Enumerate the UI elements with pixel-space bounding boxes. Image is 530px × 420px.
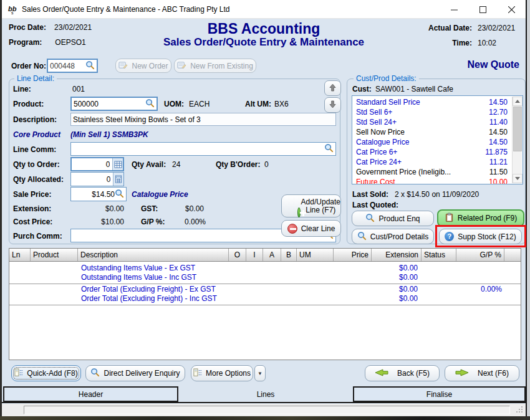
tab-finalise[interactable]: Finalise <box>353 386 526 402</box>
price-row[interactable]: Future Cost10.00 <box>352 177 523 184</box>
product-label: Product: <box>13 100 44 108</box>
alt-um-label: Alt UM: <box>245 100 271 108</box>
more-options-dropdown-button[interactable]: ▼ <box>254 365 266 381</box>
qty-allocated-field[interactable] <box>70 172 124 186</box>
line-comm-field[interactable] <box>70 142 336 156</box>
scroll-down-icon[interactable] <box>513 174 523 183</box>
new-order-icon <box>118 60 128 72</box>
col-gp[interactable]: G/P % <box>456 249 504 261</box>
table-header[interactable]: Ln Product Description O I A B UM Price … <box>9 249 521 262</box>
col-ln[interactable]: Ln <box>9 249 31 261</box>
last-quoted-label: Last Quoted: <box>352 201 398 209</box>
qty-to-order-input[interactable] <box>72 160 112 169</box>
tab-header[interactable]: Header <box>3 386 178 402</box>
row-description: Order Total (Excluding Freight) - Ex GST <box>78 285 229 294</box>
price-row[interactable]: Sell Now Price14.50 <box>352 127 523 137</box>
back-button[interactable]: Back (F5) <box>365 365 440 381</box>
next-button[interactable]: Next (F6) <box>445 365 519 381</box>
cust-prod-details-button[interactable]: Cust/Prod Details <box>352 229 434 244</box>
qty-to-order-field[interactable] <box>70 157 124 171</box>
table-row[interactable]: Outstanding Items Value - Ex GST $0.00 <box>9 264 521 273</box>
order-no-search-icon[interactable] <box>85 60 95 72</box>
minimize-button[interactable] <box>440 0 468 19</box>
col-product[interactable]: Product <box>31 249 78 261</box>
scrollbar-thumb[interactable] <box>513 107 522 151</box>
col-price[interactable]: Price <box>334 249 372 261</box>
col-extension[interactable]: Extension <box>372 249 422 261</box>
product-input[interactable] <box>74 100 145 108</box>
more-options-button[interactable]: More Options <box>191 365 253 381</box>
col-b[interactable]: B <box>281 249 297 261</box>
cust-value: SAW001 - Sawtell Cafe <box>375 85 453 93</box>
back-label: Back (F5) <box>397 369 430 378</box>
price-value: 12.70 <box>489 107 508 117</box>
maximize-button[interactable] <box>469 0 497 19</box>
qty-grid-icon[interactable] <box>112 158 123 170</box>
order-no-field[interactable] <box>47 59 98 73</box>
sale-price-input[interactable] <box>73 190 115 199</box>
qty-allocated-input[interactable] <box>71 175 113 184</box>
product-search-icon[interactable] <box>145 98 155 110</box>
tab-header-label: Header <box>79 390 103 399</box>
table-separator <box>9 305 521 305</box>
new-order-button[interactable]: New Order <box>115 59 171 73</box>
line-down-button[interactable] <box>324 97 341 113</box>
row-gp <box>456 264 504 273</box>
tab-lines-active[interactable]: Lines <box>180 386 352 402</box>
price-value: 14.50 <box>489 127 508 137</box>
line-detail-caption: Line Detail: <box>14 74 57 83</box>
col-description[interactable]: Description <box>78 249 229 261</box>
line-comm-search-icon[interactable] <box>324 143 334 155</box>
price-row[interactable]: Catalogue Price14.50 <box>352 137 523 147</box>
price-list-scrollbar[interactable] <box>512 97 522 183</box>
sale-price-label: Sale Price: <box>13 190 51 199</box>
price-row[interactable]: Cat Price 6+11.875 <box>352 147 523 157</box>
price-row[interactable]: Standard Sell Price14.50 <box>352 97 523 107</box>
tab-lines-label: Lines <box>257 390 275 399</box>
related-prod-button[interactable]: Related Prod (F9) <box>437 209 524 227</box>
cust-prod-group: Cust/Prod Details: Cust: SAW001 - Sawtel… <box>347 79 526 244</box>
product-enq-button[interactable]: Product Enq <box>352 211 434 226</box>
price-listbox[interactable]: Standard Sell Price14.50 Std Sell 6+12.7… <box>352 95 523 184</box>
clipboard-icon <box>445 212 454 224</box>
gst-value: $0.00 <box>173 204 204 213</box>
price-row[interactable]: Std Sell 24+11.40 <box>352 117 523 127</box>
product-field[interactable] <box>70 97 158 111</box>
resize-grip[interactable] <box>516 406 523 415</box>
order-no-input[interactable] <box>50 62 85 70</box>
table-row[interactable]: Order Total (Excluding Freight) - Inc GS… <box>9 294 521 303</box>
gp-label: G/P %: <box>141 217 165 226</box>
lines-table: Ln Product Description O I A B UM Price … <box>9 248 521 360</box>
price-row[interactable]: Government Price (Ineligib...11.50 <box>352 167 523 177</box>
price-row[interactable]: Cat Price 24+11.21 <box>352 157 523 167</box>
new-from-existing-button[interactable]: New From Existing <box>174 59 256 73</box>
close-button[interactable] <box>498 0 526 19</box>
table-row[interactable]: Order Total (Excluding Freight) - Ex GST… <box>9 285 521 294</box>
price-name: Catalogue Price <box>356 138 409 146</box>
title-bar[interactable]: bbs Sales Order/Quote Entry & Maintenanc… <box>2 0 526 19</box>
clear-line-button[interactable]: Clear Line <box>281 220 341 237</box>
description-input[interactable] <box>73 115 334 124</box>
plus-icon <box>297 208 301 217</box>
col-status[interactable]: Status <box>422 249 456 261</box>
col-um[interactable]: UM <box>297 249 334 261</box>
add-update-line-button[interactable]: Add/Update Line (F7) <box>281 194 341 217</box>
price-name: Cat Price 6+ <box>356 148 397 156</box>
col-i[interactable]: I <box>246 249 263 261</box>
direct-delivery-button[interactable]: Direct Delivery Enquiry <box>85 365 185 381</box>
qty-calculator-icon[interactable] <box>113 173 123 186</box>
col-a[interactable]: A <box>263 249 281 261</box>
sale-price-search-icon[interactable] <box>115 189 124 200</box>
line-up-button[interactable] <box>324 80 341 96</box>
scroll-up-icon[interactable] <box>513 97 523 106</box>
quick-add-button[interactable]: Quick-Add (F8) <box>11 365 81 381</box>
line-comm-input[interactable] <box>73 145 324 153</box>
description-field[interactable] <box>70 113 336 126</box>
price-row[interactable]: Std Sell 6+12.70 <box>352 107 523 117</box>
quick-add-label: Quick-Add (F8) <box>27 369 77 378</box>
sale-price-field[interactable] <box>70 187 127 201</box>
extension-label: Extension: <box>13 204 51 213</box>
table-row[interactable]: Outstanding Items Value - Inc GST $0.00 <box>9 273 521 282</box>
col-o[interactable]: O <box>229 249 246 261</box>
new-order-label: New Order <box>132 62 168 70</box>
